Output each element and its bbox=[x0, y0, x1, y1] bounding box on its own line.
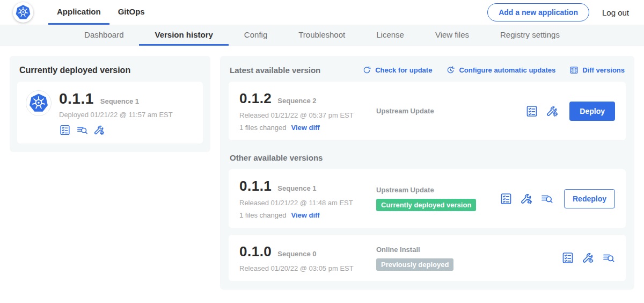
diff-panels-icon bbox=[569, 66, 579, 75]
configure-automatic-updates-label: Configure automatic updates bbox=[459, 66, 555, 74]
latest-available-title: Latest available version bbox=[230, 66, 320, 75]
deployed-sequence-label: Sequence 1 bbox=[100, 97, 139, 105]
subnav-view-files[interactable]: View files bbox=[420, 25, 485, 46]
config-view-icon[interactable] bbox=[582, 251, 595, 264]
currently-deployed-badge: Currently deployed version bbox=[376, 199, 476, 211]
version-history-panel: Latest available version Check for updat… bbox=[220, 56, 634, 290]
app-subnav: Dashboard Version history Config Trouble… bbox=[0, 25, 644, 46]
subnav-dashboard[interactable]: Dashboard bbox=[69, 25, 139, 46]
previously-deployed-badge: Previously deployed bbox=[376, 258, 453, 271]
logout-button[interactable]: Log out bbox=[602, 8, 629, 17]
tab-gitops-label: GitOps bbox=[118, 7, 145, 16]
other-available-title: Other available versions bbox=[230, 153, 625, 162]
app-icon bbox=[26, 90, 52, 116]
configure-automatic-updates-link[interactable]: Configure automatic updates bbox=[446, 66, 555, 75]
sequence-label: Sequence 0 bbox=[277, 250, 316, 258]
app-header: Application GitOps Add a new application… bbox=[0, 0, 644, 25]
view-diff-link[interactable]: View diff bbox=[291, 124, 319, 132]
version-source-label: Upstream Update bbox=[376, 107, 525, 115]
subnav-registry-settings[interactable]: Registry settings bbox=[485, 25, 575, 46]
deploy-logs-icon[interactable] bbox=[602, 251, 615, 264]
redeploy-button[interactable]: Redeploy bbox=[564, 189, 615, 208]
refresh-icon bbox=[362, 66, 371, 75]
tab-gitops[interactable]: GitOps bbox=[109, 0, 153, 25]
kubernetes-logo-icon bbox=[13, 2, 33, 23]
preflight-checks-icon[interactable] bbox=[525, 105, 538, 118]
preflight-checks-icon[interactable] bbox=[500, 192, 513, 205]
sequence-label: Sequence 2 bbox=[277, 97, 316, 105]
add-application-button[interactable]: Add a new application bbox=[487, 3, 589, 21]
currently-deployed-title: Currently deployed version bbox=[17, 63, 203, 75]
config-icon[interactable] bbox=[520, 192, 533, 205]
main-content: Currently deployed version 0.1.1 Sequenc… bbox=[0, 46, 644, 299]
tab-application-label: Application bbox=[57, 7, 101, 16]
deployed-timestamp: Deployed 01/21/22 @ 11:57 am EST bbox=[59, 111, 173, 119]
deploy-logs-icon[interactable] bbox=[76, 124, 88, 136]
refresh-clock-icon bbox=[446, 66, 455, 75]
files-changed-label: 1 files changed bbox=[239, 124, 286, 132]
deployed-version-number: 0.1.1 bbox=[59, 90, 94, 107]
released-timestamp: Released 01/20/22 @ 03:05 pm EST bbox=[239, 264, 376, 272]
released-timestamp: Released 01/21/22 @ 11:48 am EST bbox=[239, 199, 376, 207]
preflight-checks-icon[interactable] bbox=[561, 251, 574, 264]
version-number: 0.1.2 bbox=[239, 90, 272, 107]
subnav-config[interactable]: Config bbox=[229, 25, 283, 46]
version-number: 0.1.1 bbox=[239, 178, 272, 194]
version-source-label: Online Install bbox=[376, 246, 561, 254]
version-number: 0.1.0 bbox=[239, 243, 272, 260]
version-row-0-1-1: 0.1.1 Sequence 1 Released 01/21/22 @ 11:… bbox=[229, 169, 626, 228]
subnav-troubleshoot[interactable]: Troubleshoot bbox=[283, 25, 361, 46]
subnav-license[interactable]: License bbox=[361, 25, 420, 46]
currently-deployed-panel: Currently deployed version 0.1.1 Sequenc… bbox=[10, 56, 210, 152]
version-row-0-1-2: 0.1.2 Sequence 2 Released 01/21/22 @ 05:… bbox=[229, 82, 626, 140]
deploy-logs-icon[interactable] bbox=[540, 192, 553, 205]
check-for-update-label: Check for update bbox=[375, 66, 432, 74]
diff-versions-label: Diff versions bbox=[582, 66, 625, 74]
preflight-checks-icon[interactable] bbox=[59, 124, 71, 136]
sequence-label: Sequence 1 bbox=[277, 184, 316, 192]
config-icon[interactable] bbox=[93, 124, 105, 136]
diff-versions-link[interactable]: Diff versions bbox=[569, 66, 625, 75]
config-icon[interactable] bbox=[546, 105, 559, 118]
check-for-update-link[interactable]: Check for update bbox=[362, 66, 432, 75]
view-diff-link[interactable]: View diff bbox=[291, 211, 319, 219]
header-right: Add a new application Log out bbox=[487, 0, 629, 25]
files-changed-label: 1 files changed bbox=[239, 211, 286, 219]
subnav-version-history[interactable]: Version history bbox=[139, 25, 228, 46]
deploy-button[interactable]: Deploy bbox=[569, 102, 615, 121]
deployed-version-card: 0.1.1 Sequence 1 Deployed 01/21/22 @ 11:… bbox=[17, 82, 203, 143]
version-row-0-1-0: 0.1.0 Sequence 0 Released 01/20/22 @ 03:… bbox=[229, 235, 626, 281]
tab-application[interactable]: Application bbox=[48, 0, 109, 25]
released-timestamp: Released 01/21/22 @ 05:37 pm EST bbox=[239, 111, 376, 119]
version-source-label: Upstream Update bbox=[376, 186, 500, 194]
